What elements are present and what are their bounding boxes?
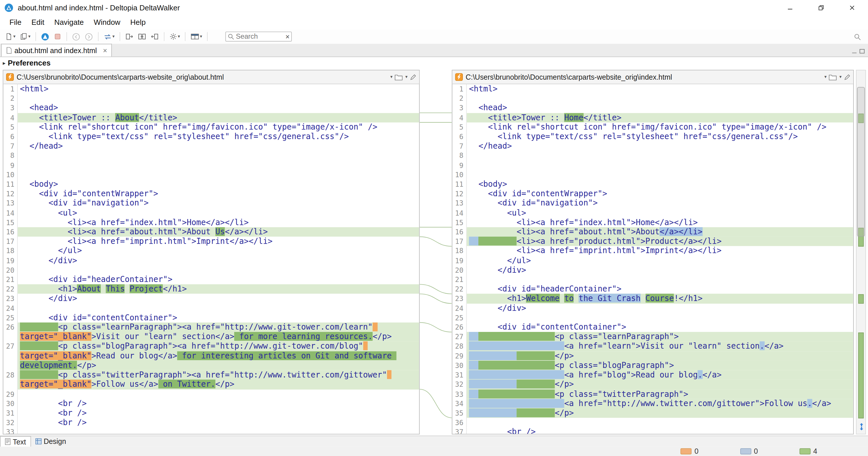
dropdown-icon[interactable]: ▾ <box>13 34 16 39</box>
code-line[interactable]: 18 <li><a href="imprint.html">Imprint</a… <box>453 246 853 256</box>
code-line[interactable]: 28 <p class="twitterParagraph"><a href="… <box>3 370 419 389</box>
settings-gear-button[interactable]: ▾ <box>168 31 182 42</box>
code-line[interactable]: 7 </head> <box>3 141 419 151</box>
code-line[interactable]: 14 <ul> <box>453 208 853 218</box>
search-box[interactable]: × <box>225 31 292 41</box>
close-button[interactable] <box>844 2 861 13</box>
scroll-sync-icon[interactable] <box>858 423 865 431</box>
code-line[interactable]: 25 <div id="contentContainer"> <box>3 313 419 323</box>
code-line[interactable]: 32 </p> <box>453 380 853 389</box>
copy-left-button[interactable] <box>149 31 161 42</box>
diff-mark[interactable] <box>858 333 864 419</box>
refresh-comparison-button[interactable]: ▾ <box>102 31 116 42</box>
chevron-down-icon[interactable]: ▾ <box>391 75 393 79</box>
code-line[interactable]: 9 <box>453 161 853 170</box>
menu-help[interactable]: Help <box>125 17 151 28</box>
minimize-button[interactable] <box>782 2 799 13</box>
dropdown-icon[interactable]: ▾ <box>113 34 115 39</box>
code-line[interactable]: 1<html> <box>453 84 853 94</box>
right-code-editor[interactable]: 1<html>23 <head>4 <title>Tower :: Home</… <box>453 84 853 434</box>
restore-button[interactable] <box>813 2 830 13</box>
code-line[interactable]: 9 <box>3 161 419 170</box>
code-line[interactable]: 19 </ul> <box>453 256 853 265</box>
search-input[interactable] <box>236 33 284 40</box>
code-line[interactable]: 34 <a href="http://www.twitter.com/gitto… <box>453 399 853 408</box>
code-line[interactable]: 5 <link rel="shortcut icon" href="img/fa… <box>3 122 419 132</box>
code-line[interactable]: 30 <p class="blogParagraph"> <box>453 361 853 370</box>
code-line[interactable]: 8 <box>3 151 419 161</box>
edit-icon[interactable] <box>844 74 850 80</box>
open-session-button[interactable]: ▾ <box>18 31 32 42</box>
copy-right-button[interactable] <box>123 31 135 42</box>
code-line[interactable]: 30 <br /> <box>3 399 419 408</box>
maximize-view-icon[interactable] <box>859 49 865 54</box>
code-line[interactable]: 4 <title>Tower :: About</title> <box>3 113 419 122</box>
code-line[interactable]: 8 <box>453 151 853 161</box>
code-line[interactable]: 15 <li><a href="index.html">Home</a></li… <box>453 218 853 227</box>
code-line[interactable]: 33 <p class="twitterParagraph"> <box>453 389 853 399</box>
code-line[interactable]: 24 </div> <box>453 304 853 313</box>
code-line[interactable]: 27 <p class="learnParagraph"> <box>453 332 853 342</box>
diff-mark[interactable] <box>858 294 864 304</box>
twistie-icon[interactable]: ▸ <box>3 60 6 66</box>
menu-edit[interactable]: Edit <box>27 17 49 28</box>
code-line[interactable]: 13 <div id="navigation"> <box>453 199 853 208</box>
code-line[interactable]: 31 <a href="blog">Read our blog.</a> <box>453 370 853 380</box>
search-clear-icon[interactable]: × <box>285 33 290 40</box>
code-line[interactable]: 10 <box>3 170 419 179</box>
copy-all-button[interactable] <box>136 31 148 42</box>
code-line[interactable]: 3 <head> <box>3 103 419 113</box>
code-line[interactable]: 21 <box>453 275 853 284</box>
dropdown-icon[interactable]: ▾ <box>178 34 180 39</box>
code-line[interactable]: 37 <br /> <box>453 427 853 434</box>
code-line[interactable]: 10 <box>453 170 853 179</box>
code-line[interactable]: 20 <box>3 265 419 275</box>
code-line[interactable]: 23 <h1>Welcome to the Git Crash Course!<… <box>453 294 853 304</box>
code-line[interactable]: 27 <p class="blogParagraph"><a href="htt… <box>3 342 419 370</box>
folder-icon[interactable] <box>829 74 837 80</box>
code-line[interactable]: 33 <box>3 427 419 434</box>
code-line[interactable]: 17 <li><a href="imprint.html">Imprint</a… <box>3 237 419 246</box>
code-line[interactable]: 4 <title>Tower :: Home</title> <box>453 113 853 122</box>
layout-button[interactable]: ▾ <box>189 31 204 42</box>
code-line[interactable]: 19 </div> <box>3 256 419 265</box>
code-line[interactable]: 25 <box>453 313 853 323</box>
code-line[interactable]: 36 <box>453 418 853 427</box>
code-line[interactable]: 18 </ul> <box>3 246 419 256</box>
code-line[interactable]: 2 <box>453 94 853 103</box>
code-line[interactable]: 32 <br /> <box>3 418 419 427</box>
scrollbar-thumb[interactable] <box>857 87 865 236</box>
menu-window[interactable]: Window <box>89 17 125 28</box>
code-line[interactable]: 26 <div id="contentContainer"> <box>453 323 853 332</box>
chevron-down-icon[interactable]: ▾ <box>839 75 842 79</box>
dropdown-icon[interactable]: ▾ <box>28 34 31 39</box>
code-line[interactable]: 12 <div id="contentWrapper"> <box>3 189 419 199</box>
dropdown-icon[interactable]: ▾ <box>200 34 202 39</box>
code-line[interactable]: 23 </div> <box>3 294 419 304</box>
tab-text[interactable]: Text <box>0 436 31 447</box>
previous-difference-button[interactable] <box>70 31 82 42</box>
code-line[interactable]: 16 <li><a href="about.html">About Us</a>… <box>3 227 419 237</box>
code-line[interactable]: 29 </p> <box>453 351 853 361</box>
code-line[interactable]: 6 <link type="text/css" rel="stylesheet"… <box>453 132 853 141</box>
code-line[interactable]: 35 </p> <box>453 408 853 418</box>
code-line[interactable]: 21 <div id="headerContainer"> <box>3 275 419 284</box>
edit-icon[interactable] <box>410 74 416 80</box>
code-line[interactable]: 22 <h1>About This Project</h1> <box>3 284 419 294</box>
tab-about-and-index[interactable]: about.html and index.html × <box>1 44 112 57</box>
code-line[interactable]: 22 <div id="headerContainer"> <box>453 284 853 294</box>
code-line[interactable]: 28 <a href="learn">Visit our "learn" sec… <box>453 342 853 351</box>
tab-design[interactable]: Design <box>31 436 70 447</box>
code-line[interactable]: 2 <box>3 94 419 103</box>
code-line[interactable]: 5 <link rel="shortcut icon" href="img/fa… <box>453 122 853 132</box>
code-line[interactable]: 6 <link type="text/css" rel="stylesheet"… <box>3 132 419 141</box>
find-button[interactable] <box>852 31 863 42</box>
code-line[interactable]: 15 <li><a href="index.html">Home</a></li… <box>3 218 419 227</box>
code-line[interactable]: 11 <body> <box>3 179 419 189</box>
code-line[interactable]: 12 <div id="contentWrapper"> <box>453 189 853 199</box>
tab-close-icon[interactable]: × <box>103 46 107 55</box>
code-line[interactable]: 3 <head> <box>453 103 853 113</box>
code-line[interactable]: 17 <li><a href="product.html">Product</a… <box>453 237 853 246</box>
code-line[interactable]: 29 <box>3 389 419 399</box>
code-line[interactable]: 16 <li><a href="about.html">About</a></l… <box>453 227 853 237</box>
